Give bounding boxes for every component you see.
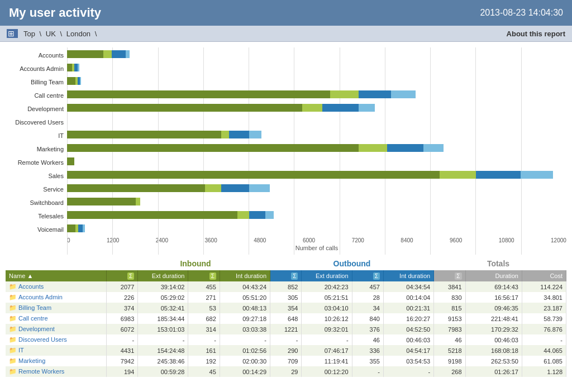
cell-out_s2: 28 <box>352 292 383 303</box>
cell-tot_c: 1.128 <box>522 366 566 377</box>
bar-segment-seg-dark-green <box>67 144 359 152</box>
bar-row <box>67 47 566 61</box>
cell-in_s2: - <box>188 334 220 345</box>
cell-out_id: 04:54:17 <box>383 345 433 356</box>
cell-in_s: 2077 <box>106 281 137 292</box>
bar-segment-seg-dark-green <box>67 64 72 71</box>
cell-in_s: - <box>106 334 137 345</box>
col-tot-sigma: Σ <box>434 270 465 281</box>
col-out-sigma: Σ <box>270 270 302 281</box>
breadcrumb-uk[interactable]: UK <box>46 30 56 38</box>
cell-out_s2: 355 <box>352 356 383 366</box>
cell-in_s2: 161 <box>188 345 220 356</box>
table-section: Inbound Outbound Totals Name ▲ Σ Ext dur… <box>0 255 572 381</box>
folder-icon: 📁 <box>9 283 17 290</box>
cell-in_ed: 39:14:02 <box>138 281 188 292</box>
bar-segment-seg-light-green <box>302 104 322 112</box>
cell-tot_d: 221:48:41 <box>465 313 522 324</box>
bar-row <box>67 141 566 155</box>
cell-in_s: 226 <box>106 292 137 303</box>
cell-tot_d: 00:46:03 <box>465 334 522 345</box>
folder-icon: 📁 <box>9 304 17 311</box>
bar-segment-seg-dark-blue <box>78 224 82 232</box>
bar-segment-seg-dark-green <box>67 198 136 205</box>
bar-segment-seg-dark-blue <box>112 50 126 58</box>
cell-out_s2: 457 <box>352 281 383 292</box>
cell-tot_d: 01:26:17 <box>465 366 522 377</box>
col-name[interactable]: Name ▲ <box>6 270 106 281</box>
bar-segment-seg-light-green <box>359 144 387 152</box>
chart-label: Voicemail <box>6 223 67 236</box>
cell-tot_s: 815 <box>434 303 465 313</box>
cell-tot_d: 16:56:17 <box>465 292 522 303</box>
cell-name[interactable]: 📁Discovered Users <box>6 334 106 345</box>
table-row: 📁Billing Team37405:32:415300:48:1335403:… <box>6 303 566 313</box>
folder-icon: 📁 <box>9 347 17 353</box>
bar-segment-seg-dark-green <box>67 211 237 219</box>
cell-name[interactable]: 📁Marketing <box>6 356 106 366</box>
cell-name[interactable]: 📁Call centre <box>6 313 106 324</box>
cell-tot_s: 46 <box>434 334 465 345</box>
about-report-link[interactable]: About this report <box>507 30 565 38</box>
cell-in_s: 4431 <box>106 345 137 356</box>
table-group-headers: Inbound Outbound Totals <box>6 259 566 268</box>
cell-in_id: 01:02:56 <box>220 345 270 356</box>
table-row: 📁Accounts207739:14:0245504:43:2485220:42… <box>6 281 566 292</box>
cell-in_id: 02:00:30 <box>220 356 270 366</box>
cell-out_ed: 11:19:41 <box>302 356 352 366</box>
cell-name[interactable]: 📁Development <box>6 324 106 334</box>
cell-tot_c: 114.224 <box>522 281 566 292</box>
cell-in_id: 04:43:24 <box>220 281 270 292</box>
cell-name[interactable]: 📁Remote Workers <box>6 366 106 377</box>
table-row: 📁IT4431154:24:4816101:02:5629007:46:1733… <box>6 345 566 356</box>
cell-out_s2: 34 <box>352 303 383 313</box>
datetime: 2013-08-23 14:04:30 <box>480 8 563 18</box>
folder-icon: 📁 <box>9 357 17 364</box>
bar-segment-seg-light-blue <box>126 50 130 58</box>
bar-segment-seg-dark-blue <box>387 144 423 152</box>
col-tot-cost: Cost <box>522 270 566 281</box>
cell-name[interactable]: 📁Accounts <box>6 281 106 292</box>
bar-row <box>67 88 566 101</box>
cell-tot_c: 58.739 <box>522 313 566 324</box>
cell-out_id: 00:46:03 <box>383 334 433 345</box>
bar-segment-seg-dark-blue <box>221 184 250 192</box>
cell-out_ed: 10:26:12 <box>302 313 352 324</box>
chart-label: Switchboard <box>6 196 67 209</box>
cell-name[interactable]: 📁Accounts Admin <box>6 292 106 303</box>
cell-tot_d: 170:29:32 <box>465 324 522 334</box>
chart-label: Sales <box>6 169 67 183</box>
cell-name[interactable]: 📁Billing Team <box>6 303 106 313</box>
bar-segment-seg-light-blue <box>521 171 553 179</box>
bar-row <box>67 195 566 208</box>
bar-segment-seg-dark-green <box>67 90 330 98</box>
bar-segment-seg-dark-blue <box>359 90 391 98</box>
cell-tot_c: 34.801 <box>522 292 566 303</box>
cell-out_id: 00:21:31 <box>383 303 433 313</box>
col-in-int-dur: Int duration <box>220 270 270 281</box>
cell-out_ed: 20:42:23 <box>302 281 352 292</box>
cell-in_s: 194 <box>106 366 137 377</box>
page-header: My user activity 2013-08-23 14:04:30 <box>0 0 572 26</box>
cell-in_s2: 53 <box>188 303 220 313</box>
breadcrumb-top[interactable]: Top <box>23 30 35 38</box>
cell-out_id: 04:52:50 <box>383 324 433 334</box>
cell-out_id: 03:54:53 <box>383 356 433 366</box>
cell-name[interactable]: 📁IT <box>6 345 106 356</box>
cell-out_ed: 07:46:17 <box>302 345 352 356</box>
cell-out_ed: 00:12:20 <box>302 366 352 377</box>
breadcrumb-london[interactable]: London <box>66 30 90 38</box>
col-tot-dur: Duration <box>465 270 522 281</box>
bar-segment-seg-dark-green <box>67 157 74 165</box>
chart-label: Accounts <box>6 49 67 62</box>
table-row: 📁Marketing7942245:38:4619202:00:3070911:… <box>6 356 566 366</box>
cell-in_ed: 185:34:44 <box>138 313 188 324</box>
cell-out_s2: 376 <box>352 324 383 334</box>
cell-out_s: - <box>270 334 302 345</box>
chart-label: IT <box>6 129 67 142</box>
cell-tot_s: 9198 <box>434 356 465 366</box>
bar-segment-seg-light-blue <box>78 64 79 71</box>
cell-in_s: 7942 <box>106 356 137 366</box>
col-in-ext-dur: Ext duration <box>138 270 188 281</box>
cell-in_ed: - <box>138 334 188 345</box>
